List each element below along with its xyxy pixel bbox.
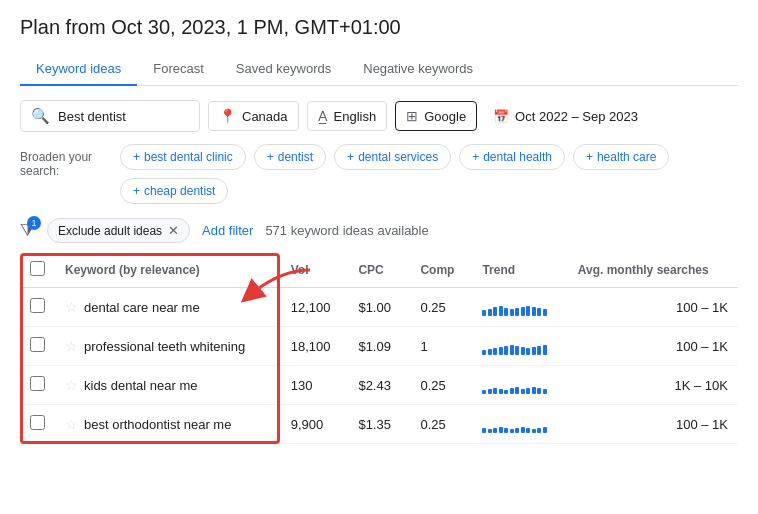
comp-cell: 0.25 bbox=[410, 366, 472, 405]
chip-label: dentist bbox=[278, 150, 313, 164]
table-row: ☆professional teeth whitening18,100$1.09… bbox=[20, 327, 738, 366]
broaden-chip-dental-health[interactable]: + dental health bbox=[459, 144, 565, 170]
keyword-count: 571 keyword ideas available bbox=[265, 223, 428, 238]
network-icon: ⊞ bbox=[406, 108, 418, 124]
header-cpc: CPC bbox=[348, 253, 410, 288]
date-range-label: Oct 2022 – Sep 2023 bbox=[515, 109, 638, 124]
header-avg: Avg. monthly searches bbox=[568, 253, 738, 288]
chip-label: dental services bbox=[358, 150, 438, 164]
exclude-close-icon[interactable]: ✕ bbox=[168, 223, 179, 238]
table-body: ☆dental care near me12,100$1.000.25100 –… bbox=[20, 288, 738, 444]
plus-icon: + bbox=[133, 184, 140, 198]
vol-cell: 130 bbox=[281, 366, 349, 405]
network-label: Google bbox=[424, 109, 466, 124]
date-range-filter[interactable]: 📅 Oct 2022 – Sep 2023 bbox=[485, 103, 646, 130]
search-box[interactable]: 🔍 Best dentist bbox=[20, 100, 200, 132]
keyword-name: kids dental near me bbox=[84, 378, 197, 393]
plus-icon: + bbox=[586, 150, 593, 164]
cpc-cell: $1.09 bbox=[348, 327, 410, 366]
tab-saved-keywords[interactable]: Saved keywords bbox=[220, 53, 347, 86]
keyword-name: best orthodontist near me bbox=[84, 417, 231, 432]
header-checkbox-cell bbox=[20, 253, 55, 288]
header-vol: Vol bbox=[281, 253, 349, 288]
tab-negative-keywords[interactable]: Negative keywords bbox=[347, 53, 489, 86]
network-filter[interactable]: ⊞ Google bbox=[395, 101, 477, 131]
avg-cell: 100 – 1K bbox=[568, 327, 738, 366]
star-icon[interactable]: ☆ bbox=[65, 299, 78, 315]
location-filter[interactable]: 📍 Canada bbox=[208, 101, 299, 131]
row-checkbox[interactable] bbox=[30, 376, 45, 391]
broaden-chip-dentist[interactable]: + dentist bbox=[254, 144, 326, 170]
keyword-name: professional teeth whitening bbox=[84, 339, 245, 354]
plus-icon: + bbox=[472, 150, 479, 164]
tab-keyword-ideas[interactable]: Keyword ideas bbox=[20, 53, 137, 86]
search-icon: 🔍 bbox=[31, 107, 50, 125]
language-icon: A̲ bbox=[318, 108, 328, 124]
filter-row: ⧩ 1 Exclude adult ideas ✕ Add filter 571… bbox=[20, 218, 738, 243]
chip-label: dental health bbox=[483, 150, 552, 164]
broaden-chip-cheap-dentist[interactable]: + cheap dentist bbox=[120, 178, 228, 204]
add-filter-button[interactable]: Add filter bbox=[202, 223, 253, 238]
star-icon[interactable]: ☆ bbox=[65, 377, 78, 393]
cpc-cell: $1.35 bbox=[348, 405, 410, 444]
tab-forecast[interactable]: Forecast bbox=[137, 53, 220, 86]
exclude-adult-tag: Exclude adult ideas ✕ bbox=[47, 218, 190, 243]
avg-cell: 100 – 1K bbox=[568, 405, 738, 444]
cpc-cell: $2.43 bbox=[348, 366, 410, 405]
plus-icon: + bbox=[347, 150, 354, 164]
vol-cell: 18,100 bbox=[281, 327, 349, 366]
vol-cell: 9,900 bbox=[281, 405, 349, 444]
filter-button[interactable]: ⧩ 1 bbox=[20, 220, 35, 241]
row-checkbox[interactable] bbox=[30, 337, 45, 352]
plus-icon: + bbox=[267, 150, 274, 164]
location-label: Canada bbox=[242, 109, 288, 124]
trend-cell bbox=[472, 327, 567, 366]
star-icon[interactable]: ☆ bbox=[65, 338, 78, 354]
row-checkbox[interactable] bbox=[30, 298, 45, 313]
cpc-cell: $1.00 bbox=[348, 288, 410, 327]
trend-cell bbox=[472, 366, 567, 405]
language-label: English bbox=[334, 109, 377, 124]
search-bar-row: 🔍 Best dentist 📍 Canada A̲ English ⊞ Goo… bbox=[20, 100, 738, 132]
broaden-label: Broaden yoursearch: bbox=[20, 144, 110, 178]
table-header-row: Keyword (by relevance) Vol CPC Comp Tren… bbox=[20, 253, 738, 288]
row-checkbox[interactable] bbox=[30, 415, 45, 430]
tabs-nav: Keyword ideas Forecast Saved keywords Ne… bbox=[20, 53, 738, 86]
broaden-chip-dental-clinic[interactable]: + best dental clinic bbox=[120, 144, 246, 170]
header-comp: Comp bbox=[410, 253, 472, 288]
header-keyword: Keyword (by relevance) bbox=[55, 253, 281, 288]
search-query: Best dentist bbox=[58, 109, 126, 124]
keyword-table-wrapper: Keyword (by relevance) Vol CPC Comp Tren… bbox=[20, 253, 738, 444]
filter-badge: 1 bbox=[27, 216, 41, 230]
table-row: ☆dental care near me12,100$1.000.25100 –… bbox=[20, 288, 738, 327]
chip-label: health care bbox=[597, 150, 656, 164]
comp-cell: 0.25 bbox=[410, 288, 472, 327]
plus-icon: + bbox=[133, 150, 140, 164]
star-icon[interactable]: ☆ bbox=[65, 416, 78, 432]
select-all-checkbox[interactable] bbox=[30, 261, 45, 276]
broaden-chips: + best dental clinic + dentist + dental … bbox=[120, 144, 738, 204]
broaden-chip-health-care[interactable]: + health care bbox=[573, 144, 669, 170]
comp-cell: 0.25 bbox=[410, 405, 472, 444]
chip-label: best dental clinic bbox=[144, 150, 233, 164]
table-row: ☆kids dental near me130$2.430.251K – 10K bbox=[20, 366, 738, 405]
vol-cell: 12,100 bbox=[281, 288, 349, 327]
page-title: Plan from Oct 30, 2023, 1 PM, GMT+01:00 bbox=[20, 16, 738, 39]
language-filter[interactable]: A̲ English bbox=[307, 101, 388, 131]
broaden-row: Broaden yoursearch: + best dental clinic… bbox=[20, 144, 738, 204]
keyword-name: dental care near me bbox=[84, 300, 200, 315]
avg-cell: 1K – 10K bbox=[568, 366, 738, 405]
calendar-icon: 📅 bbox=[493, 109, 509, 124]
comp-cell: 1 bbox=[410, 327, 472, 366]
avg-cell: 100 – 1K bbox=[568, 288, 738, 327]
header-trend: Trend bbox=[472, 253, 567, 288]
table-row: ☆best orthodontist near me9,900$1.350.25… bbox=[20, 405, 738, 444]
location-icon: 📍 bbox=[219, 108, 236, 124]
broaden-chip-dental-services[interactable]: + dental services bbox=[334, 144, 451, 170]
trend-cell bbox=[472, 288, 567, 327]
keyword-table: Keyword (by relevance) Vol CPC Comp Tren… bbox=[20, 253, 738, 444]
exclude-label: Exclude adult ideas bbox=[58, 224, 162, 238]
trend-cell bbox=[472, 405, 567, 444]
chip-label: cheap dentist bbox=[144, 184, 215, 198]
